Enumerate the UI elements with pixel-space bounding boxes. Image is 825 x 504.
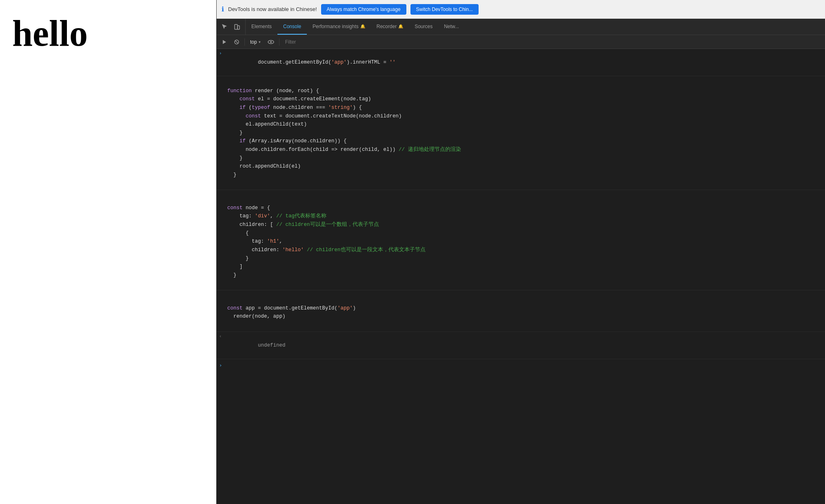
info-icon: ℹ: [222, 5, 224, 13]
page-hello-heading: hello: [12, 12, 88, 54]
tab-elements[interactable]: Elements: [246, 19, 277, 35]
context-selector[interactable]: top ▾: [247, 38, 264, 46]
tab-bar: Elements Console Performance insights 🔔 …: [217, 19, 825, 35]
console-entry-node: const node = { tag: 'div', // tag代表标签名称 …: [217, 193, 825, 290]
input-prompt-icon: ›: [219, 362, 222, 369]
entry-node-content: const node = { tag: 'div', // tag代表标签名称 …: [226, 195, 825, 288]
console-entry-1: › document.getElementById('app').innerHT…: [217, 49, 825, 76]
entry-spacer-3: [217, 295, 226, 330]
context-label: top: [250, 39, 257, 45]
chevron-down-icon: ▾: [259, 40, 261, 44]
svg-rect-0: [235, 24, 237, 29]
performance-insights-badge: 🔔: [360, 24, 365, 29]
match-language-button[interactable]: Always match Chrome's language: [321, 4, 406, 15]
console-toolbar: top ▾: [217, 35, 825, 49]
tab-performance-insights[interactable]: Performance insights 🔔: [307, 19, 371, 35]
console-output[interactable]: › document.getElementById('app').innerHT…: [217, 49, 825, 504]
console-input[interactable]: [224, 363, 823, 368]
entry-app-content: const app = document.getElementById('app…: [226, 295, 825, 330]
entry-prompt-1: ›: [217, 50, 226, 75]
tab-sources[interactable]: Sources: [409, 19, 438, 35]
svg-rect-1: [237, 26, 240, 29]
page-content: hello: [0, 0, 216, 504]
clear-console-button[interactable]: [231, 38, 242, 46]
entry-spacer: [217, 78, 226, 188]
tab-recorder[interactable]: Recorder 🔔: [371, 19, 409, 35]
entry-return-arrow: ‹: [217, 333, 226, 358]
tab-console[interactable]: Console: [277, 19, 307, 35]
toolbar-separator: [244, 38, 245, 46]
recorder-badge: 🔔: [398, 24, 403, 29]
entry-code-content: function render (node, root) { const el …: [226, 78, 825, 188]
tab-network[interactable]: Netw...: [438, 19, 465, 35]
console-entry-code: function render (node, root) { const el …: [217, 76, 825, 190]
devtools-panel: ℹ DevTools is now available in Chinese! …: [216, 0, 825, 504]
filter-input[interactable]: [282, 38, 823, 46]
inspect-element-button[interactable]: [219, 22, 231, 32]
svg-marker-2: [223, 40, 226, 44]
filter-separator: [279, 38, 279, 46]
notification-bar: ℹ DevTools is now available in Chinese! …: [217, 0, 825, 19]
tabs-container: Elements Console Performance insights 🔔 …: [246, 19, 465, 35]
console-input-line: ›: [217, 360, 825, 371]
entry-spacer-2: [217, 195, 226, 288]
entry-undefined-value: undefined: [226, 333, 825, 358]
console-entry-undefined: ‹ undefined: [217, 332, 825, 359]
entry-content-1: document.getElementById('app').innerHTML…: [226, 50, 825, 75]
switch-devtools-button[interactable]: Switch DevTools to Chin...: [410, 4, 479, 15]
notification-message: DevTools is now available in Chinese!: [228, 6, 317, 12]
svg-line-4: [235, 41, 238, 43]
tab-tools: [217, 19, 246, 35]
run-script-button[interactable]: [219, 38, 230, 46]
blank-line-1: [217, 190, 825, 193]
eye-filter-button[interactable]: [265, 38, 277, 46]
svg-point-6: [270, 41, 272, 43]
console-entry-app: const app = document.getElementById('app…: [217, 294, 825, 332]
device-toolbar-button[interactable]: [231, 22, 243, 32]
blank-line-2: [217, 290, 825, 294]
